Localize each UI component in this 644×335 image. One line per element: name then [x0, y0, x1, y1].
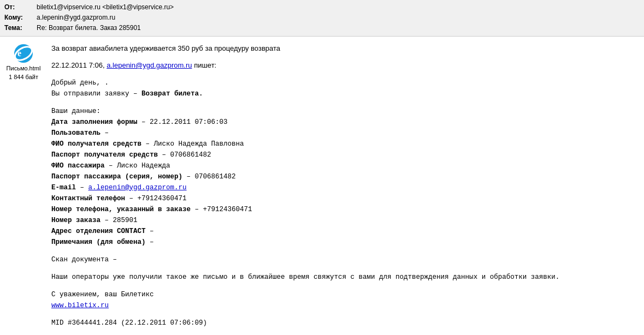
regards-block: С уважением, ваш Билетикс www.biletix.ru: [51, 289, 635, 311]
svg-text:e: e: [17, 49, 21, 58]
website-line: www.biletix.ru: [51, 300, 635, 311]
quoted-email-link[interactable]: a.lepenin@ygd.gazprom.ru: [107, 61, 192, 69]
operators-block: Наши операторы уже получили такое же пис…: [51, 272, 635, 283]
regards-line: С уважением, ваш Билетикс: [51, 289, 635, 300]
field-contact-address: Адрес отделения CONTACT –: [51, 226, 635, 237]
field-fio-passenger: ФИО пассажира – Лиско Надежда: [51, 160, 635, 171]
scan-block: Скан документа –: [51, 254, 635, 265]
mid-block: MID #3644441.284 (22.12.2011 07:06:09): [51, 318, 635, 328]
field-notes: Примечания (для обмена) –: [51, 237, 635, 248]
field-fio-recipient: ФИО получателя средств – Лиско Надежда П…: [51, 139, 635, 149]
fields-block: Ваши данные: Дата заполнения формы – 22.…: [51, 106, 635, 248]
email-body-text: Добрый день, . Вы отправили заявку – Воз…: [51, 77, 635, 328]
to-row: Кому: a.lepenin@ygd.gazprom.ru: [4, 13, 640, 23]
from-row: От: biletix1@vipservice.ru <biletix1@vip…: [4, 2, 640, 13]
field-phone: Контактный телефон – +79124360471: [51, 193, 635, 204]
mid-text: MID #3644441.284 (22.12.2011 07:06:09): [51, 318, 635, 328]
email-content: За возврат авиабилета удерживается 350 р…: [47, 41, 640, 335]
greeting-block: Добрый день, . Вы отправили заявку – Воз…: [51, 77, 635, 99]
subject-label: Тема:: [4, 23, 34, 33]
your-data-label: Ваши данные:: [51, 106, 635, 117]
quoted-date-text: 22.12.2011 7:06,: [51, 61, 105, 69]
subject-value: Re: Возврат билета. Заказ 285901: [37, 23, 141, 33]
email-header: От: biletix1@vipservice.ru <biletix1@vip…: [0, 0, 644, 37]
file-info: Письмо.html 1 844 байт: [7, 64, 41, 82]
from-label: От:: [4, 2, 34, 13]
from-value: biletix1@vipservice.ru <biletix1@vipserv…: [37, 2, 174, 13]
field-user: Пользователь –: [51, 128, 635, 139]
application-sent-line: Вы отправили заявку – Возврат билета.: [51, 88, 635, 99]
field-date: Дата заполнения формы – 22.12.2011 07:06…: [51, 117, 635, 128]
field-order-number: Номер заказа – 285901: [51, 215, 635, 226]
field-email: E-mail – a.lepenin@ygd.gazprom.ru: [51, 182, 635, 193]
quoted-date-line: 22.12.2011 7:06, a.lepenin@ygd.gazprom.r…: [51, 60, 635, 71]
website-link[interactable]: www.biletix.ru: [51, 302, 109, 309]
email-body-wrapper: e Письмо.html 1 844 байт За возврат авиа…: [0, 37, 644, 335]
scan-label: Скан документа –: [51, 254, 635, 265]
operators-text: Наши операторы уже получили такое же пис…: [51, 272, 635, 283]
left-panel: e Письмо.html 1 844 байт: [4, 41, 43, 335]
application-sent-text: Вы отправили заявку –: [51, 90, 138, 98]
application-type: Возврат билета.: [141, 90, 203, 98]
subject-row: Тема: Re: Возврат билета. Заказ 285901: [4, 23, 640, 33]
summary-line: За возврат авиабилета удерживается 350 р…: [51, 43, 635, 54]
field-passport-passenger: Паспорт пассажира (серия, номер) – 07068…: [51, 171, 635, 182]
to-label: Кому:: [4, 13, 34, 23]
greeting-line: Добрый день, .: [51, 77, 635, 88]
file-size: 1 844 байт: [7, 73, 41, 82]
to-value: a.lepenin@ygd.gazprom.ru: [37, 13, 115, 23]
email-link[interactable]: a.lepenin@ygd.gazprom.ru: [88, 184, 187, 192]
field-passport-recipient: Паспорт получателя средств – 0706861482: [51, 149, 635, 160]
field-phone-order: Номер телефона, указанный в заказе – +79…: [51, 204, 635, 215]
ie-icon: e: [13, 43, 34, 64]
file-name: Письмо.html: [7, 64, 41, 73]
quoted-writes: пишет:: [194, 61, 216, 69]
